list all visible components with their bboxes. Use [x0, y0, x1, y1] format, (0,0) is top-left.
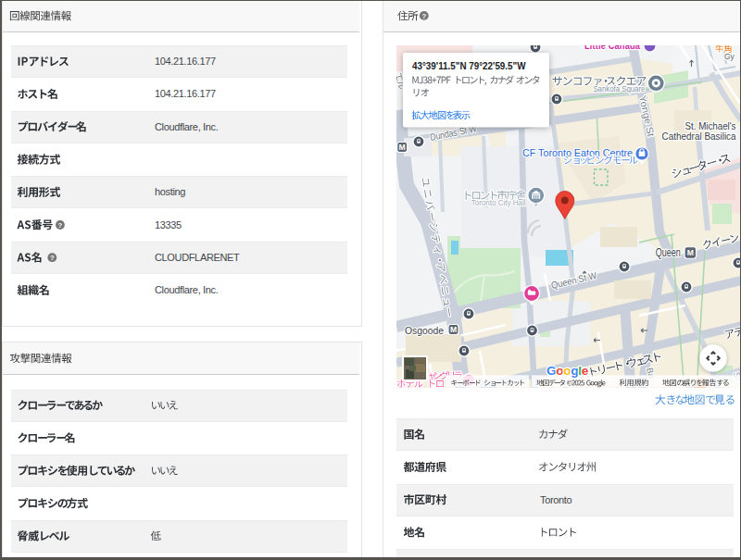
svg-text:Cathedral Basilica: Cathedral Basilica	[662, 131, 736, 142]
svg-text:Queen: Queen	[656, 246, 681, 259]
svg-text:Osgoode: Osgoode	[405, 325, 444, 336]
svg-text:Toronto City Hall: Toronto City Hall	[471, 197, 526, 207]
svg-text:43°39'11.5"N 79°22'59.5"W: 43°39'11.5"N 79°22'59.5"W	[412, 60, 526, 71]
svg-text:Sankofa Square: Sankofa Square	[593, 83, 645, 93]
svg-text:Google: Google	[546, 364, 589, 378]
svg-text:Little Canada: Little Canada	[584, 45, 641, 51]
svg-text:Gy: Gy	[724, 52, 735, 61]
svg-text:M: M	[687, 248, 694, 257]
svg-text:M: M	[399, 143, 406, 152]
svg-text:M: M	[450, 325, 457, 334]
